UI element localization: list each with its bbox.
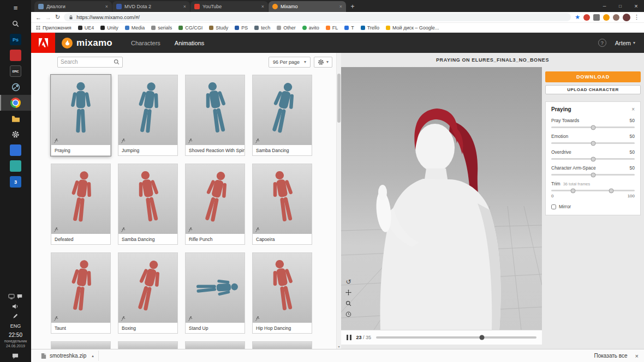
animation-card-hip-hop[interactable]: Hip Hop Dancing: [252, 252, 312, 334]
bookmark-study[interactable]: Study: [209, 25, 228, 31]
slider-thumb[interactable]: [591, 156, 595, 161]
tab-mixamo[interactable]: Mixamo ×: [269, 1, 346, 12]
profile-avatar[interactable]: [623, 14, 630, 21]
new-tab-button[interactable]: +: [347, 1, 359, 12]
bookmark-ue4[interactable]: UE4: [78, 25, 94, 31]
browser-menu-icon[interactable]: ⋮: [634, 14, 640, 21]
slider-track[interactable]: [551, 126, 635, 128]
animation-card-samba-2[interactable]: Samba Dancing: [118, 164, 178, 245]
nav-animations[interactable]: Animations: [175, 40, 204, 46]
animation-card-jumping[interactable]: Jumping: [118, 75, 178, 156]
close-panel-icon[interactable]: ×: [631, 106, 635, 112]
forward-button[interactable]: →: [45, 14, 51, 21]
download-item-menu-icon[interactable]: ▴: [92, 354, 94, 358]
tab-dialogs[interactable]: Диалоги ×: [34, 1, 112, 12]
bookmark-unity[interactable]: Unity: [100, 25, 118, 31]
bookmark-avito[interactable]: avito: [302, 25, 319, 31]
slider-track[interactable]: [551, 158, 635, 160]
language-indicator[interactable]: ENG: [10, 323, 21, 329]
tab-close-icon[interactable]: ×: [183, 4, 186, 9]
viewer-canvas[interactable]: ↺: [341, 67, 542, 330]
mixamo-logo[interactable]: mixamo: [62, 38, 112, 49]
search-input[interactable]: [61, 59, 111, 65]
slider-track[interactable]: [551, 142, 635, 144]
taskbar-app-teal[interactable]: [0, 158, 31, 174]
animation-card-defeated[interactable]: Defeated: [51, 164, 111, 245]
slider-thumb[interactable]: [591, 141, 595, 146]
extension-icon-4[interactable]: [613, 14, 619, 21]
bookmark-tech[interactable]: tech: [254, 25, 270, 31]
reset-view-icon[interactable]: ↺: [345, 278, 352, 285]
zoom-icon[interactable]: [345, 300, 352, 307]
user-menu[interactable]: Artem ▾: [615, 40, 635, 46]
search-box[interactable]: [57, 57, 123, 68]
bookmark-trello[interactable]: Trello: [361, 25, 379, 31]
animation-card-partial[interactable]: [185, 341, 245, 349]
bookmark-media[interactable]: Media: [125, 25, 145, 31]
pan-icon[interactable]: [345, 289, 352, 296]
animation-card-samba-1[interactable]: Samba Dancing: [252, 75, 312, 156]
slider-thumb[interactable]: [591, 125, 595, 130]
bookmark-star-icon[interactable]: ★: [575, 14, 580, 21]
maximize-button[interactable]: □: [612, 0, 628, 12]
tab-close-icon[interactable]: ×: [261, 4, 264, 9]
refresh-button[interactable]: ↻: [55, 14, 60, 21]
library-scrollbar[interactable]: ▾: [336, 53, 341, 349]
animation-card-praying[interactable]: Praying: [51, 75, 111, 156]
back-button[interactable]: ←: [35, 14, 41, 21]
close-downloads-bar-icon[interactable]: ×: [635, 353, 639, 359]
tab-close-icon[interactable]: ×: [105, 4, 108, 9]
adobe-logo[interactable]: [31, 33, 55, 53]
upload-character-button[interactable]: UPLOAD CHARACTER: [545, 85, 641, 94]
scroll-down-icon[interactable]: ▾: [337, 345, 341, 348]
timeline-slider[interactable]: [376, 336, 536, 339]
download-button[interactable]: DOWNLOAD: [545, 71, 641, 82]
minimize-button[interactable]: ─: [597, 0, 612, 12]
show-all-downloads-button[interactable]: Показать все: [594, 353, 628, 359]
tab-youtube[interactable]: YouTube ×: [190, 1, 268, 12]
extension-icon-3[interactable]: [603, 14, 610, 21]
animation-card-taunt[interactable]: Taunt: [51, 252, 111, 334]
help-button[interactable]: ?: [598, 39, 606, 47]
mirror-checkbox[interactable]: [551, 204, 556, 209]
scrollbar-thumb[interactable]: [337, 74, 341, 123]
tray-display-icon[interactable]: [8, 294, 15, 299]
playback-speed-icon[interactable]: [345, 311, 352, 318]
nav-characters[interactable]: Characters: [131, 40, 160, 46]
tab-close-icon[interactable]: ×: [339, 4, 342, 9]
bookmark-ps[interactable]: PS: [235, 25, 248, 31]
taskbar-app-steam[interactable]: [0, 79, 31, 95]
taskbar-app-3[interactable]: 3: [0, 174, 31, 190]
taskbar-file-explorer[interactable]: [0, 111, 31, 126]
animation-card-rifle-punch[interactable]: Rifle Punch: [185, 164, 245, 245]
bookmark-apps[interactable]: Приложения: [36, 25, 71, 31]
tab-mvd-dota[interactable]: MVD Dota 2 ×: [112, 1, 190, 12]
slider-track[interactable]: [551, 174, 635, 176]
close-window-button[interactable]: ×: [628, 0, 644, 12]
bookmark-t[interactable]: T: [344, 25, 354, 31]
animation-card-partial[interactable]: [51, 341, 111, 349]
taskbar-app-chrome[interactable]: [0, 95, 31, 111]
extension-icon-1[interactable]: [583, 14, 590, 21]
timeline-thumb[interactable]: [480, 335, 485, 340]
bookmark-cgcgi[interactable]: CG/CGI: [178, 25, 202, 31]
bookmark-other[interactable]: Other: [277, 25, 296, 31]
taskbar-settings[interactable]: [0, 126, 31, 142]
bookmark-serials[interactable]: serials: [151, 25, 172, 31]
per-page-select[interactable]: 96 Per page ▾: [269, 57, 311, 68]
animation-card-boxing[interactable]: Boxing: [118, 252, 178, 334]
pause-button[interactable]: [347, 335, 351, 340]
taskbar-app-epic[interactable]: EPIC: [0, 63, 31, 79]
slider-thumb[interactable]: [591, 172, 595, 177]
bookmark-fl[interactable]: FL: [326, 25, 338, 31]
download-item[interactable]: smotreshka.zip ▴: [37, 351, 99, 361]
tray-pen-icon[interactable]: [13, 313, 18, 319]
bookmark-google-drive[interactable]: Мой диск – Google...: [386, 25, 439, 31]
start-menu-icon[interactable]: ≡: [0, 0, 31, 16]
trim-end-thumb[interactable]: [609, 188, 614, 193]
taskbar-app-red[interactable]: [0, 47, 31, 63]
animation-card-shoved-reaction[interactable]: Shoved Reaction With Spin: [185, 75, 245, 156]
animation-card-partial[interactable]: [118, 341, 178, 349]
notification-icon[interactable]: [12, 353, 19, 359]
taskbar-app-blue[interactable]: [0, 142, 31, 158]
